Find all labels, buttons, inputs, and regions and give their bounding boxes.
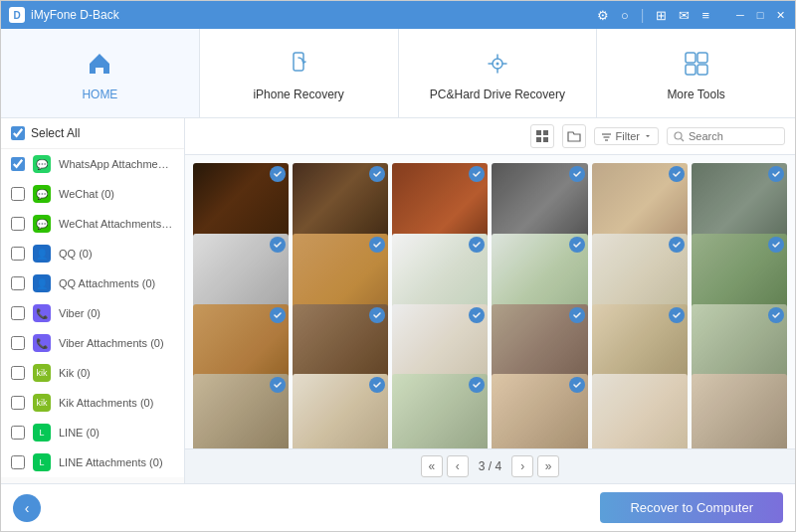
kik-icon: kik	[33, 364, 51, 382]
whatsapp-label: WhatsApp Attachments (2)	[59, 158, 174, 170]
back-button[interactable]: ‹	[13, 494, 41, 522]
wechat-label: WeChat (0)	[59, 188, 114, 200]
kik-attach-label: Kik Attachments (0)	[59, 397, 153, 409]
line-attach-checkbox[interactable]	[11, 455, 25, 469]
wechat-checkbox[interactable]	[11, 187, 25, 201]
sidebar-item-viber-attach[interactable]: 📞 Viber Attachments (0)	[1, 328, 184, 358]
last-page-button[interactable]: »	[537, 455, 559, 477]
viber-checkbox[interactable]	[11, 306, 25, 320]
pc-hard-drive-icon	[480, 46, 515, 82]
sidebar-item-wechat[interactable]: 💬 WeChat (0)	[1, 179, 184, 209]
app-logo: D	[9, 7, 25, 23]
qq-attach-checkbox[interactable]	[11, 276, 25, 290]
select-all-checkbox[interactable]	[11, 126, 25, 140]
photo-selected-indicator	[569, 377, 585, 393]
qq-attach-icon: 👤	[33, 274, 51, 292]
photo-selected-indicator	[669, 307, 685, 323]
recover-computer-button[interactable]: Recover to Computer	[600, 492, 783, 523]
grid-view-button[interactable]	[530, 124, 554, 148]
nav-pc-hard-drive[interactable]: PC&Hard Drive Recovery	[399, 29, 598, 117]
kik-attach-checkbox[interactable]	[11, 396, 25, 410]
photo-cell[interactable]	[592, 374, 688, 448]
svg-rect-10	[543, 137, 548, 142]
sidebar-item-kik[interactable]: kik Kik (0)	[1, 358, 184, 388]
minimize-button[interactable]: ─	[733, 8, 747, 22]
sidebar-item-whatsapp[interactable]: 💬 WhatsApp Attachments (2)	[1, 149, 184, 179]
svg-rect-4	[697, 53, 707, 63]
sidebar-item-viber[interactable]: 📞 Viber (0)	[1, 298, 184, 328]
qq-attach-label: QQ Attachments (0)	[59, 277, 155, 289]
sidebar-select-all[interactable]: Select All	[1, 118, 184, 149]
photo-selected-indicator	[369, 307, 385, 323]
nav-home[interactable]: HOME	[1, 29, 200, 117]
sidebar-item-line-attach[interactable]: L LINE Attachments (0)	[1, 447, 184, 477]
settings-icon[interactable]: ⚙	[597, 8, 609, 23]
photo-selected-indicator	[469, 237, 485, 253]
prev-page-button[interactable]: ‹	[447, 455, 469, 477]
filter-button[interactable]: Filter	[594, 127, 659, 145]
nav-iphone-recovery[interactable]: iPhone Recovery	[200, 29, 399, 117]
photo-selected-indicator	[270, 307, 286, 323]
menu-icon[interactable]: ≡	[701, 8, 709, 23]
qq-label: QQ (0)	[59, 248, 93, 260]
svg-rect-8	[543, 130, 548, 135]
sidebar-item-kik-attach[interactable]: kik Kik Attachments (0)	[1, 388, 184, 418]
wechat-icon: 💬	[33, 185, 51, 203]
user-icon[interactable]: ○	[621, 8, 629, 23]
iphone-recovery-icon	[281, 46, 316, 82]
photo-grid	[185, 155, 795, 448]
svg-rect-6	[697, 65, 707, 75]
sidebar-item-wechat-attach[interactable]: 💬 WeChat Attachments (0)	[1, 209, 184, 239]
main-content: Select All 💬 WhatsApp Attachments (2) 💬 …	[1, 118, 795, 483]
nav-more-tools[interactable]: More Tools	[597, 29, 795, 117]
wechat-attach-checkbox[interactable]	[11, 217, 25, 231]
sidebar-item-qq-attach[interactable]: 👤 QQ Attachments (0)	[1, 268, 184, 298]
svg-point-14	[675, 132, 682, 139]
viber-attach-checkbox[interactable]	[11, 336, 25, 350]
home-icon	[82, 46, 117, 82]
svg-rect-7	[536, 130, 541, 135]
folder-view-button[interactable]	[562, 124, 586, 148]
photo-selected-indicator	[768, 307, 784, 323]
mail-icon[interactable]: ✉	[679, 8, 690, 23]
line-icon: L	[33, 424, 51, 442]
sidebar-item-qq[interactable]: 👤 QQ (0)	[1, 239, 184, 268]
sidebar-item-line[interactable]: L LINE (0)	[1, 418, 184, 447]
photo-cell[interactable]	[692, 374, 787, 448]
wechat-attach-icon: 💬	[33, 215, 51, 233]
maximize-button[interactable]: □	[753, 8, 767, 22]
filter-label: Filter	[616, 130, 640, 142]
viber-attach-icon: 📞	[33, 334, 51, 352]
app-window: D iMyFone D-Back ⚙ ○ | ⊞ ✉ ≡ ─ □ ✕ HOME	[0, 0, 796, 532]
photo-cell[interactable]	[193, 374, 289, 448]
photo-cell[interactable]	[392, 374, 488, 448]
content-panel: Filter « ‹ 3 / 4 › »	[185, 118, 795, 483]
app-title: iMyFone D-Back	[31, 8, 119, 22]
line-checkbox[interactable]	[11, 426, 25, 440]
photo-selected-indicator	[369, 377, 385, 393]
titlebar: D iMyFone D-Back ⚙ ○ | ⊞ ✉ ≡ ─ □ ✕	[1, 1, 795, 29]
kik-checkbox[interactable]	[11, 366, 25, 380]
bottom-bar: ‹ Recover to Computer	[1, 483, 795, 531]
qq-checkbox[interactable]	[11, 247, 25, 261]
first-page-button[interactable]: «	[421, 455, 443, 477]
photo-selected-indicator	[270, 377, 286, 393]
photo-selected-indicator	[469, 166, 485, 182]
sidebar: Select All 💬 WhatsApp Attachments (2) 💬 …	[1, 118, 185, 483]
line-attach-icon: L	[33, 453, 51, 471]
photo-cell[interactable]	[293, 374, 388, 448]
grid-icon[interactable]: ⊞	[656, 8, 667, 23]
svg-rect-9	[536, 137, 541, 142]
qq-icon: 👤	[33, 245, 51, 263]
viber-label: Viber (0)	[59, 307, 100, 319]
wechat-attach-label: WeChat Attachments (0)	[59, 218, 174, 230]
next-page-button[interactable]: ›	[511, 455, 533, 477]
svg-rect-0	[294, 53, 303, 71]
whatsapp-checkbox[interactable]	[11, 157, 25, 171]
close-button[interactable]: ✕	[773, 8, 787, 22]
photo-selected-indicator	[669, 237, 685, 253]
photo-cell[interactable]	[492, 374, 587, 448]
photo-selected-indicator	[469, 377, 485, 393]
search-box[interactable]	[667, 127, 785, 145]
search-input[interactable]	[689, 130, 778, 142]
